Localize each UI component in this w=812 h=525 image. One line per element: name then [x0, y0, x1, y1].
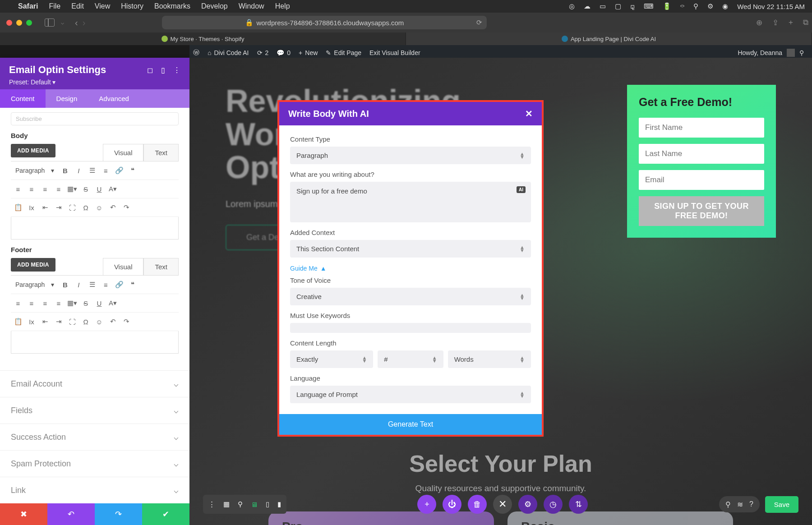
folder-icon[interactable]: ▭ [600, 2, 606, 10]
browser-tab-1[interactable]: My Store · Themes · Shopify [0, 32, 406, 45]
history-icon[interactable]: ◷ [544, 495, 563, 514]
paste-icon[interactable]: 📋 [13, 202, 23, 213]
bluetooth-icon[interactable]: ⚼ [630, 2, 635, 10]
first-name-input[interactable] [639, 118, 764, 138]
email-input[interactable] [639, 170, 764, 190]
language-select[interactable]: Language of Prompt▲▼ [290, 386, 531, 403]
download-icon[interactable]: ⊕ [756, 18, 762, 28]
align-left-icon[interactable]: ≡ [13, 298, 23, 309]
phone-icon[interactable]: ▮ [277, 500, 281, 508]
content-type-select[interactable]: Paragraph▲▼ [290, 147, 531, 164]
align-right-icon[interactable]: ≡ [40, 298, 51, 309]
new-tab-icon[interactable]: + [789, 18, 793, 28]
clear-format-icon[interactable]: Ix [26, 316, 37, 327]
special-char-icon[interactable]: Ω [80, 202, 91, 213]
fullscreen-icon[interactable]: ⛶ [67, 316, 78, 327]
undo-icon[interactable]: ↶ [107, 316, 118, 327]
search-icon[interactable]: ⚲ [693, 2, 698, 10]
siri-icon[interactable]: ◉ [722, 2, 728, 10]
generate-text-button[interactable]: Generate Text [279, 414, 542, 435]
responsive-icon[interactable]: ▯ [161, 66, 165, 74]
undo-icon[interactable]: ↶ [107, 202, 118, 213]
accordion-link[interactable]: Link⌵ [0, 477, 189, 503]
accordion-email-account[interactable]: Email Account⌵ [0, 370, 189, 397]
editor-tab-visual-footer[interactable]: Visual [103, 258, 144, 275]
align-justify-icon[interactable]: ≡ [53, 298, 64, 309]
add-section-icon[interactable]: + [417, 495, 436, 514]
minimize-window-icon[interactable] [16, 20, 22, 26]
subscribe-input[interactable]: Subscribe [11, 112, 179, 125]
length-count-input[interactable]: #▲▼ [378, 350, 443, 368]
strike-icon[interactable]: S [80, 298, 91, 309]
app-name[interactable]: Safari [18, 2, 38, 10]
align-left-icon[interactable]: ≡ [13, 184, 23, 194]
strike-icon[interactable]: S [80, 184, 91, 194]
back-button[interactable]: ‹ [75, 18, 78, 28]
tab-advanced[interactable]: Advanced [88, 89, 140, 108]
emoji-icon[interactable]: ☺ [94, 316, 105, 327]
record-icon[interactable]: ◎ [569, 2, 575, 10]
browser-tab-2[interactable]: App Landing Page | Divi Code AI [406, 32, 812, 45]
bold-icon[interactable]: B [60, 279, 70, 290]
forward-button[interactable]: › [83, 18, 86, 28]
new-content[interactable]: + New [299, 49, 318, 56]
format-select[interactable]: Paragraph ▾ [13, 165, 57, 176]
fullscreen-icon[interactable]: ⛶ [67, 202, 78, 213]
tab-design[interactable]: Design [46, 89, 88, 108]
admin-search-icon[interactable]: ⚲ [799, 49, 804, 56]
editor-tab-visual-body[interactable]: Visual [103, 144, 144, 161]
wp-logo-icon[interactable]: ⓦ [193, 49, 199, 57]
tab-content[interactable]: Content [0, 89, 46, 108]
menu-view[interactable]: View [95, 2, 110, 10]
dock-search-icon[interactable]: ⚲ [725, 500, 731, 509]
link-icon[interactable]: 🔗 [114, 279, 125, 290]
exit-vb[interactable]: Exit Visual Builder [369, 49, 420, 56]
trash-icon[interactable]: 🗑 [468, 495, 487, 514]
editor-tab-text-body[interactable]: Text [143, 144, 179, 161]
text-color-icon[interactable]: A▾ [107, 298, 118, 309]
optin-submit-button[interactable]: SIGN UP TO GET YOUR FREE DEMO! [639, 196, 764, 226]
emoji-icon[interactable]: ☺ [94, 202, 105, 213]
outdent-icon[interactable]: ⇤ [40, 316, 51, 327]
footer-editor[interactable] [11, 331, 179, 354]
tone-select[interactable]: Creative▲▼ [290, 288, 531, 305]
guide-me-toggle[interactable]: Guide Me ▲ [290, 265, 327, 272]
body-editor[interactable] [11, 217, 179, 239]
sort-icon[interactable]: ⇅ [569, 495, 588, 514]
format-select-footer[interactable]: Paragraph ▾ [13, 279, 57, 290]
comments[interactable]: 💬 0 [277, 49, 291, 56]
context-select[interactable]: This Section Content▲▼ [290, 240, 531, 258]
align-center-icon[interactable]: ≡ [26, 184, 37, 194]
howdy-user[interactable]: Howdy, Deanna [738, 49, 782, 56]
align-justify-icon[interactable]: ≡ [53, 184, 64, 194]
layers-icon[interactable]: ≋ [737, 500, 743, 509]
settings-gear-icon[interactable]: ⚙ [518, 495, 537, 514]
outdent-icon[interactable]: ⇤ [40, 202, 51, 213]
quote-icon[interactable]: ❝ [127, 279, 138, 290]
menu-file[interactable]: File [49, 2, 60, 10]
menu-history[interactable]: History [121, 2, 143, 10]
help-icon[interactable]: ? [749, 500, 753, 508]
control-center-icon[interactable]: ⚙ [707, 2, 713, 10]
last-name-input[interactable] [639, 144, 764, 164]
edit-page[interactable]: ✎ Edit Page [326, 49, 361, 56]
chevron-down-icon[interactable]: ⌵ [61, 19, 64, 26]
editor-tab-text-footer[interactable]: Text [143, 258, 179, 275]
align-center-icon[interactable]: ≡ [26, 298, 37, 309]
maximize-window-icon[interactable] [26, 20, 32, 26]
keyboard-icon[interactable]: ⌨ [644, 2, 654, 10]
menu-develop[interactable]: Develop [201, 2, 228, 10]
tabs-overview-icon[interactable]: ⧉ [803, 18, 808, 28]
indent-icon[interactable]: ⇥ [53, 316, 64, 327]
quote-icon[interactable]: ❝ [127, 165, 138, 176]
menu-window[interactable]: Window [239, 2, 264, 10]
discard-button[interactable]: ✖ [0, 503, 47, 525]
address-bar[interactable]: 🔒 wordpress-784896-3788616.cloudwaysapps… [162, 16, 487, 29]
italic-icon[interactable]: I [73, 165, 84, 176]
length-unit-select[interactable]: Words▲▼ [448, 350, 531, 368]
accordion-success-action[interactable]: Success Action⌵ [0, 424, 189, 450]
dock-menu-icon[interactable]: ⋮ [208, 500, 215, 508]
desktop-icon[interactable]: 🖥 [251, 501, 258, 508]
redo-icon[interactable]: ↷ [121, 316, 132, 327]
dock-close-icon[interactable]: ✕ [493, 495, 512, 514]
